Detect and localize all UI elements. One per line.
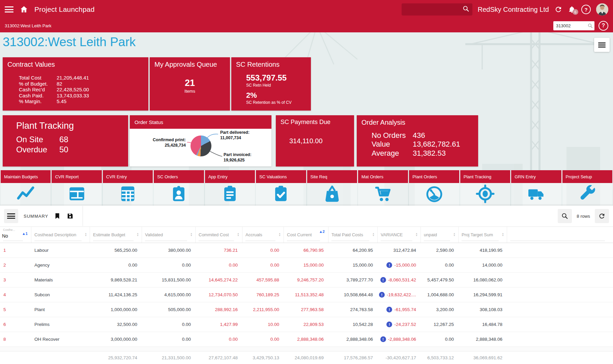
row-number: 4 xyxy=(0,292,31,297)
tab-maintain-budgets[interactable]: Maintain Budgets xyxy=(1,170,51,206)
table-row[interactable]: 6Prelims32,500.000.001,427.9910.0022,809… xyxy=(0,317,613,332)
tab-plant-tracking[interactable]: Plant Tracking xyxy=(460,170,510,206)
row-number: 3 xyxy=(0,277,31,282)
project-search-box[interactable] xyxy=(553,21,594,30)
tab-site-req[interactable]: Site Req xyxy=(307,170,357,206)
unpaid-value: 12,267.25 xyxy=(421,322,459,327)
estimate-budget-value: 11,424,136.25 xyxy=(90,292,142,297)
variance-alert-icon[interactable]: ! xyxy=(386,262,392,268)
unpaid-value: 1,004,688.00 xyxy=(421,292,459,297)
total-paid-value: 10,508,664.48 xyxy=(328,292,378,297)
validated-value: 0.00 xyxy=(142,322,196,327)
column-header-unpaid[interactable]: unpaid▲▼ xyxy=(421,227,459,243)
tab-label: CVR Report xyxy=(52,170,101,183)
table-row[interactable]: 2Agency0.000.000.000.0015,000.0015,000.0… xyxy=(0,258,613,273)
column-header-cost-current[interactable]: Cost Current▲2 xyxy=(284,227,328,243)
variance-alert-icon[interactable]: ! xyxy=(379,292,385,298)
search-icon xyxy=(561,212,568,220)
home-icon[interactable] xyxy=(20,5,28,14)
tab-grn-entry[interactable]: GRN Entry xyxy=(511,170,561,206)
variance-alert-icon[interactable]: ! xyxy=(380,336,386,342)
user-avatar[interactable] xyxy=(596,3,608,16)
commited-cost-value: 288,992.16 xyxy=(196,307,242,312)
table-row[interactable]: 1Labour565,250.00380,000.00736.210.0066,… xyxy=(0,243,613,258)
column-header-commited-cost[interactable]: Commited Cost▲▼ xyxy=(196,227,242,243)
estimate-budget-value: 1,000,000.00 xyxy=(90,307,142,312)
tab-label: Site Req xyxy=(307,170,357,183)
stat-label: Average xyxy=(372,149,413,158)
column-header-proj-target-sum[interactable]: Proj Target Sum▲▼ xyxy=(459,227,507,243)
tab-app-entry[interactable]: App Entry xyxy=(205,170,255,206)
variance-alert-icon[interactable]: ! xyxy=(380,277,386,283)
help-icon[interactable]: ? xyxy=(599,21,608,31)
tab-label: Mat Orders xyxy=(358,170,408,183)
variance-alert-icon[interactable]: ! xyxy=(386,307,392,312)
target-icon xyxy=(475,184,495,205)
total-paid-value: 274,763.58 xyxy=(328,307,378,312)
grid-search-button[interactable] xyxy=(558,209,572,223)
module-tab-strip: Maintain Budgets CVR Report CVR Entry SC… xyxy=(1,170,612,206)
global-search-input[interactable] xyxy=(402,3,472,16)
column-header-variance[interactable]: VARIANCE▲▼ xyxy=(378,227,421,243)
accruals-value: 457,595.88 xyxy=(242,277,284,282)
validated-value: 15,831,500.00 xyxy=(142,277,196,282)
cost-current-value: 9,246,757.20 xyxy=(284,277,328,282)
variance-alert-icon[interactable]: ! xyxy=(386,322,392,327)
total-paid-value: 10,542.28 xyxy=(328,322,378,327)
clipboard-check-icon xyxy=(271,184,291,205)
estimate-budget-value: 32,500.00 xyxy=(90,322,142,327)
column-header-estimate-budget[interactable]: Estimate Budget▲▼ xyxy=(90,227,142,243)
validated-value: 0.00 xyxy=(142,263,196,268)
refresh-icon xyxy=(598,212,606,220)
totals-value: 17,576,286.57 xyxy=(328,355,378,360)
variance-value: -15,000.00 xyxy=(394,263,416,268)
table-row[interactable]: 8OH Recover3,000,000.000.000.000.002,888… xyxy=(0,332,613,347)
card-title: SC Retentions xyxy=(231,57,311,68)
column-header-costhead-description[interactable]: Costhead Description▲▼ xyxy=(31,227,90,243)
column-header-filler xyxy=(507,227,613,243)
totals-value: 21,331,500.00 xyxy=(142,355,196,360)
grid-menu-button[interactable] xyxy=(4,209,18,223)
tab-cvr-entry[interactable]: CVR Entry xyxy=(103,170,153,206)
column-header-validated[interactable]: Validated▲▼ xyxy=(142,227,196,243)
costhead-description: Agency xyxy=(31,263,90,268)
cart-icon xyxy=(373,184,393,205)
help-icon[interactable]: ? xyxy=(581,5,591,14)
tab-sc-orders[interactable]: SC Orders xyxy=(154,170,204,206)
costhead-description: Subcon xyxy=(31,292,90,297)
nav-menu-icon[interactable] xyxy=(5,6,13,12)
sort-arrows-icon: ▲▼ xyxy=(372,233,375,237)
column-header-costhead-no[interactable]: Costhe... No ▲1 xyxy=(0,227,31,243)
tab-cvr-report[interactable]: CVR Report xyxy=(52,170,101,206)
table-row[interactable]: 5Plant1,000,000.00505,000.00288,992.162,… xyxy=(0,302,613,317)
tab-label: SC Valuations xyxy=(256,170,306,183)
tab-label: GRN Entry xyxy=(511,170,561,183)
stat-value: 82 xyxy=(57,81,62,86)
column-header-accruals[interactable]: Accruals▲▼ xyxy=(242,227,284,243)
proj-target-value: 418,190.95 xyxy=(459,248,507,253)
tab-label: App Entry xyxy=(205,170,255,183)
tab-mat-orders[interactable]: Mat Orders xyxy=(358,170,408,206)
tab-sc-valuations[interactable]: SC Valuations xyxy=(256,170,306,206)
column-header-total-paid-costs[interactable]: Total Paid Costs▲▼ xyxy=(328,227,378,243)
save-icon[interactable] xyxy=(66,212,74,220)
card-title: Order Analysis xyxy=(357,115,478,126)
validated-value: 4,615,000.00 xyxy=(142,292,196,297)
grid-refresh-button[interactable] xyxy=(595,209,609,223)
sort-arrows-icon: ▲▼ xyxy=(137,233,139,237)
refresh-icon[interactable] xyxy=(554,5,562,13)
stat-value: 13,682,782.61 xyxy=(413,140,460,149)
accruals-value: 10.00 xyxy=(242,322,284,327)
notifications-bell-icon[interactable]: 6 xyxy=(568,5,576,13)
company-name: RedSky Contracting Ltd xyxy=(478,6,549,13)
tab-plant-orders[interactable]: Plant Orders xyxy=(409,170,459,206)
dashboard-menu-button[interactable] xyxy=(594,38,610,52)
accruals-value: 0.00 xyxy=(242,248,284,253)
table-row[interactable]: 4Subcon11,424,136.254,615,000.0012,734,0… xyxy=(0,287,613,302)
tab-project-setup[interactable]: Project Setup xyxy=(562,170,612,206)
table-row[interactable]: 3Materials9,869,528.2115,831,500.0014,64… xyxy=(0,273,613,287)
total-paid-value: 15,000.00 xyxy=(328,263,378,268)
commited-cost-value: 14,645,274.22 xyxy=(196,277,242,282)
bookmark-icon[interactable] xyxy=(54,212,61,220)
clipboard-icon xyxy=(220,184,240,205)
